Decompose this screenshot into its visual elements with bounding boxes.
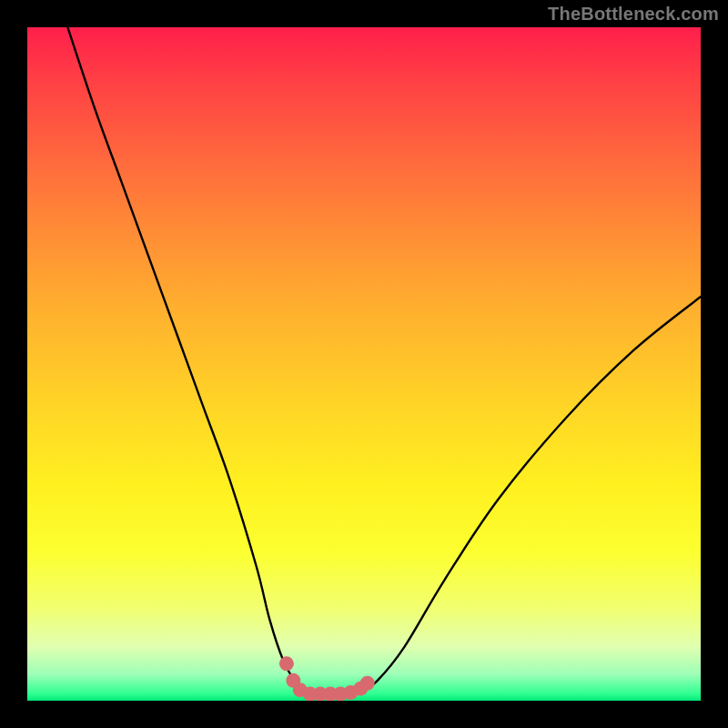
- watermark-text: TheBottleneck.com: [548, 4, 719, 25]
- chart-frame: TheBottleneck.com: [0, 0, 728, 728]
- valley-markers: [279, 656, 375, 701]
- plot-area: [27, 27, 701, 701]
- valley-marker: [360, 676, 375, 691]
- valley-marker: [279, 656, 294, 671]
- bottleneck-curve: [67, 27, 701, 694]
- curve-layer: [27, 27, 701, 701]
